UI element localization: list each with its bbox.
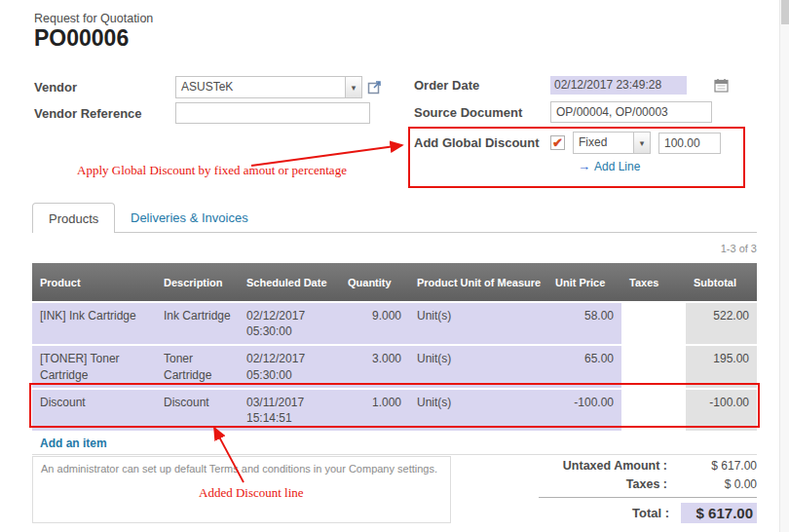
cell-description: Ink Cartridge: [156, 302, 239, 345]
cell-product: Discount: [32, 389, 156, 432]
vendor-value: ASUSTeK: [176, 77, 345, 97]
check-icon: ✔: [552, 136, 563, 149]
vendor-label: Vendor: [34, 80, 175, 95]
totals-divider: [539, 497, 757, 498]
vendor-select[interactable]: ASUSTeK ▾: [175, 76, 362, 98]
column-header-scheduled-date[interactable]: Scheduled Date: [239, 263, 340, 302]
discount-amount-input[interactable]: [658, 133, 721, 154]
untaxed-amount-row: Untaxed Amount : $ 617.00: [539, 459, 757, 473]
untaxed-amount-label: Untaxed Amount :: [539, 459, 679, 473]
cell-quantity: 1.000: [340, 389, 409, 432]
chevron-down-icon[interactable]: ▾: [633, 133, 650, 153]
total-row: Total : $ 617.00: [539, 503, 757, 523]
annotation-arrow-1: [251, 145, 402, 166]
cell-product: [INK] Ink Cartridge: [32, 302, 156, 345]
external-link-icon[interactable]: [367, 80, 382, 95]
annotation-note-global-discount: Apply Global Discount by fixed amout or …: [77, 163, 347, 178]
terms-field[interactable]: An administrator can set up default Term…: [32, 456, 451, 523]
cell-description: Discount: [156, 389, 239, 432]
source-document-label: Source Document: [414, 105, 550, 120]
add-an-item-link[interactable]: Add an item: [32, 433, 757, 455]
source-document-input[interactable]: [550, 101, 712, 123]
vendor-reference-label: Vendor Reference: [34, 106, 175, 121]
order-date-field-row: Order Date 02/12/2017 23:49:28: [414, 76, 729, 95]
order-date-value[interactable]: 02/12/2017 23:49:28: [550, 76, 687, 95]
discount-type-value: Fixed: [574, 133, 633, 153]
cell-subtotal: 195.00: [686, 345, 757, 388]
cell-quantity: 3.000: [340, 345, 409, 388]
taxes-row: Taxes : $ 0.00: [539, 477, 757, 491]
order-lines: Product Description Scheduled Date Quant…: [32, 263, 757, 455]
global-discount-field-row: Add Global Discount ✔ Fixed ▾: [414, 132, 721, 154]
vendor-reference-input[interactable]: [175, 102, 370, 124]
table-header-row: Product Description Scheduled Date Quant…: [32, 263, 757, 302]
cell-description: Toner Cartridge: [156, 345, 239, 388]
source-document-field-row: Source Document: [414, 101, 712, 123]
vendor-reference-field-row: Vendor Reference: [34, 102, 370, 124]
terms-placeholder: An administrator can set up default Term…: [33, 457, 450, 480]
column-header-subtotal[interactable]: Subtotal: [686, 263, 757, 302]
column-header-description[interactable]: Description: [156, 263, 239, 302]
calendar-icon[interactable]: [714, 78, 729, 93]
cell-uom: Unit(s): [409, 302, 547, 345]
cell-quantity: 9.000: [340, 302, 409, 345]
cell-scheduled-date: 02/12/2017 05:30:00: [239, 345, 340, 388]
global-discount-label: Add Global Discount: [414, 135, 550, 150]
taxes-label: Taxes :: [539, 477, 679, 491]
pager: 1-3 of 3: [584, 243, 757, 254]
table-row-discount[interactable]: Discount Discount 03/11/2017 15:14:51 1.…: [32, 389, 757, 432]
untaxed-amount-value: $ 617.00: [679, 459, 757, 473]
column-header-quantity[interactable]: Quantity: [340, 263, 409, 302]
taxes-value: $ 0.00: [679, 477, 757, 491]
cell-taxes: [621, 302, 686, 345]
total-label: Total :: [539, 506, 681, 520]
cell-product: [TONER] Toner Cartridge: [32, 345, 156, 388]
cell-subtotal: -100.00: [686, 389, 757, 432]
cell-scheduled-date: 03/11/2017 15:14:51: [239, 389, 340, 432]
table-row[interactable]: [TONER] Toner Cartridge Toner Cartridge …: [32, 345, 757, 388]
cell-unit-price: -100.00: [547, 389, 621, 432]
tab-products[interactable]: Products: [32, 203, 115, 233]
cell-unit-price: 58.00: [547, 302, 621, 345]
tab-products-label: Products: [49, 211, 98, 226]
doc-type-label: Request for Quotation: [34, 12, 153, 25]
global-discount-checkbox[interactable]: ✔: [550, 135, 565, 150]
add-line-link[interactable]: → Add Line: [578, 159, 640, 173]
total-value: $ 617.00: [681, 503, 757, 523]
cell-subtotal: 522.00: [686, 302, 757, 345]
discount-type-select[interactable]: Fixed ▾: [573, 132, 651, 154]
tab-deliveries-invoices[interactable]: Deliveries & Invoices: [119, 203, 260, 233]
column-header-taxes[interactable]: Taxes: [621, 263, 686, 302]
arrow-right-icon: →: [578, 159, 590, 173]
page-title: PO00006: [34, 25, 129, 52]
cell-unit-price: 65.00: [547, 345, 621, 388]
order-date-label: Order Date: [414, 78, 550, 93]
scrollbar[interactable]: [779, 0, 789, 532]
tab-deliveries-invoices-label: Deliveries & Invoices: [131, 210, 248, 225]
column-header-unit-price[interactable]: Unit Price: [547, 263, 621, 302]
cell-taxes: [621, 345, 686, 388]
vendor-field-row: Vendor ASUSTeK ▾: [34, 76, 382, 98]
cell-scheduled-date: 02/12/2017 05:30:00: [239, 302, 340, 345]
column-header-uom[interactable]: Product Unit of Measure: [409, 263, 547, 302]
add-line-label: Add Line: [594, 160, 640, 173]
chevron-down-icon[interactable]: ▾: [345, 77, 361, 97]
scrollbar-thumb[interactable]: [781, 0, 789, 24]
table-row[interactable]: [INK] Ink Cartridge Ink Cartridge 02/12/…: [32, 302, 757, 345]
order-lines-table: Product Description Scheduled Date Quant…: [32, 263, 757, 433]
column-header-product[interactable]: Product: [32, 263, 156, 302]
cell-uom: Unit(s): [409, 345, 547, 388]
cell-taxes: [621, 389, 686, 432]
totals-panel: Untaxed Amount : $ 617.00 Taxes : $ 0.00…: [539, 459, 757, 523]
cell-uom: Unit(s): [409, 389, 547, 432]
